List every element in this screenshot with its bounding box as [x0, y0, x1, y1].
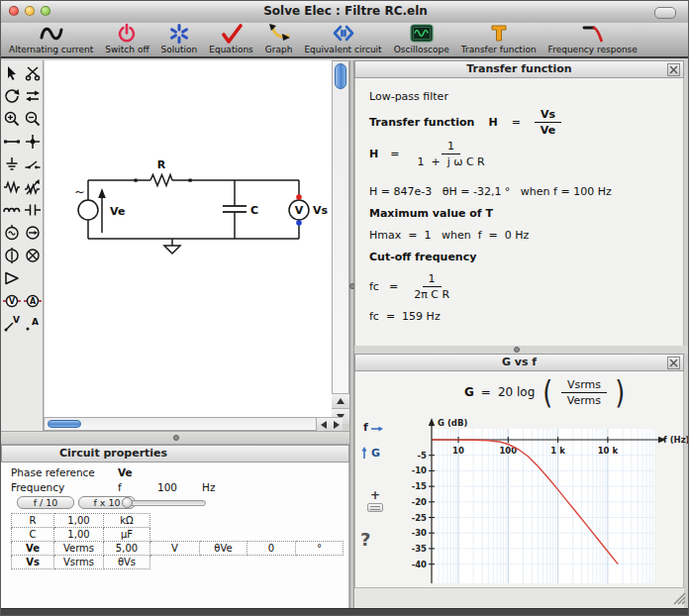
- component-value-cell[interactable]: 1,00: [54, 528, 104, 542]
- wire-tool[interactable]: [1, 130, 22, 153]
- splitter-handle-dot[interactable]: [514, 347, 520, 353]
- zoom-out-tool[interactable]: [22, 107, 43, 130]
- ammeter-tool[interactable]: A: [22, 289, 43, 312]
- component-quantity-cell[interactable]: Verms: [54, 542, 104, 556]
- zoom-in-tool[interactable]: [1, 107, 22, 130]
- lamp-tool[interactable]: [22, 244, 43, 266]
- horizontal-splitter-left[interactable]: [1, 431, 349, 445]
- circuit-properties-header[interactable]: Circuit properties: [1, 445, 349, 462]
- rolloff-icon: [581, 23, 605, 44]
- frequency-slider[interactable]: [125, 500, 206, 506]
- schematic-canvas[interactable]: ~ R C Ve V Vs: [45, 60, 332, 417]
- frequency-slider-knob[interactable]: [122, 497, 133, 508]
- vertical-scrollbar-thumb[interactable]: [335, 63, 346, 89]
- component-unit-cell[interactable]: µF: [104, 528, 150, 542]
- phase-reference-label: Phase reference: [11, 466, 95, 478]
- horizontal-scrollbar-thumb[interactable]: [48, 420, 81, 428]
- voltmeter-icon: V: [3, 292, 21, 310]
- component-name-cell[interactable]: C: [12, 528, 54, 542]
- dc-source-tool[interactable]: [1, 244, 22, 266]
- component-quantity-cell[interactable]: Vsrms: [54, 556, 104, 569]
- horizontal-splitter-right[interactable]: [354, 346, 689, 354]
- ac-source-tool[interactable]: [1, 221, 22, 244]
- rotate-tool[interactable]: [1, 84, 22, 107]
- capacitor-tool[interactable]: [22, 198, 43, 221]
- flip-tool[interactable]: [22, 84, 43, 107]
- toolbar-item-transfer-function[interactable]: Transfer function: [461, 23, 537, 54]
- ground-tool[interactable]: [1, 153, 22, 175]
- vertical-scrollbar[interactable]: [332, 60, 349, 424]
- scope-screen-icon: [409, 23, 435, 44]
- y-axis-title: G (dB): [438, 418, 467, 428]
- phase-value-cell[interactable]: 0: [247, 542, 296, 556]
- toolbar-item-graph[interactable]: Graph: [265, 23, 293, 54]
- resize-grip[interactable]: [671, 590, 686, 605]
- scroll-right-button[interactable]: [330, 417, 343, 431]
- phase-quantity-cell[interactable]: θVs: [104, 556, 150, 569]
- toolbar-item-equations[interactable]: Equations: [209, 23, 253, 54]
- frequency-value[interactable]: 100: [157, 481, 177, 493]
- freq-divide-button[interactable]: f / 10: [17, 496, 74, 509]
- fc-fraction: 1 2π C R: [408, 272, 455, 301]
- scroll-left-button[interactable]: [317, 417, 330, 431]
- y-tick-label: -30: [412, 528, 427, 538]
- toolbar-item-label: Graph: [265, 45, 293, 54]
- voltage-probe-tool[interactable]: V: [1, 312, 22, 335]
- title-bar: Solve Elec : Filtre RC.eln: [1, 1, 689, 24]
- rheostat-tool[interactable]: [22, 175, 43, 198]
- tool-palette: V A V A: [1, 60, 44, 431]
- close-panel-button[interactable]: [667, 63, 680, 76]
- toolbar-item-solution[interactable]: Solution: [161, 23, 198, 54]
- help-button[interactable]: ?: [360, 529, 370, 550]
- inductor-tool[interactable]: [1, 198, 22, 221]
- cut-tool[interactable]: [22, 61, 43, 84]
- opamp-icon: [3, 269, 21, 287]
- voltmeter-tool[interactable]: V: [1, 289, 22, 312]
- max-value-line: Hmax = 1 when f = 0 Hz: [369, 229, 529, 242]
- splitter-handle-dot[interactable]: [173, 435, 179, 441]
- component-value-cell[interactable]: 5,00: [104, 542, 150, 556]
- phase-unit-cell[interactable]: °: [296, 542, 344, 556]
- component-unit-cell[interactable]: V: [150, 542, 200, 556]
- component-name-cell[interactable]: Vs: [12, 556, 54, 569]
- x-axis-variable-button[interactable]: f: [363, 421, 384, 434]
- transfer-function-panel-header[interactable]: Transfer function: [354, 60, 684, 78]
- resistor-tool[interactable]: [1, 175, 22, 198]
- component-name-cell[interactable]: Ve: [12, 542, 54, 556]
- add-curve-button[interactable]: +: [367, 488, 383, 512]
- phase-quantity-cell[interactable]: θVe: [200, 542, 247, 556]
- wire-icon: [3, 133, 21, 151]
- scroll-up-button[interactable]: [332, 393, 349, 408]
- opamp-tool[interactable]: [1, 266, 22, 289]
- wire-node-dot: [189, 179, 192, 182]
- component-value-cell[interactable]: 1,00: [54, 514, 104, 528]
- toolbar-item-switch-off[interactable]: Switch off: [105, 23, 148, 54]
- voltmeter-plus-terminal: [296, 194, 302, 200]
- voltage-probe-icon: V: [3, 315, 21, 333]
- y-axis-variable-button[interactable]: G: [359, 446, 380, 460]
- horizontal-scrollbar[interactable]: [44, 417, 317, 431]
- current-source-tool[interactable]: [22, 221, 43, 244]
- current-probe-tool[interactable]: A: [22, 312, 43, 335]
- node-tool[interactable]: [22, 130, 43, 153]
- toolbar-item-frequency-response[interactable]: Frequency response: [548, 23, 638, 54]
- toolbar-item-alternating-current[interactable]: Alternating current: [9, 24, 93, 54]
- window-title: Solve Elec : Filtre RC.eln: [1, 4, 689, 18]
- toolbar-item-equivalent-circuit[interactable]: Equivalent circuit: [304, 23, 381, 54]
- switch-tool[interactable]: [22, 153, 43, 175]
- y-tick-label: -15: [412, 481, 427, 491]
- component-unit-cell[interactable]: kΩ: [104, 514, 150, 528]
- select-tool[interactable]: [1, 61, 22, 84]
- filter-type-text: Low-pass filter: [369, 90, 448, 103]
- toolbar-item-oscilloscope[interactable]: Oscilloscope: [394, 23, 449, 54]
- toolbar-toggle-widget[interactable]: [654, 7, 676, 19]
- close-panel-button[interactable]: [667, 357, 680, 369]
- h-fraction: 1 1 + j ω C R: [411, 140, 490, 168]
- g-vs-f-panel-header[interactable]: G vs f: [354, 354, 684, 371]
- sine-wave-icon: [39, 24, 64, 44]
- ammeter-icon: A: [24, 292, 42, 310]
- component-name-cell[interactable]: R: [12, 514, 54, 528]
- phase-reference-value[interactable]: Ve: [118, 466, 133, 478]
- ac-symbol: ~: [74, 184, 85, 199]
- transfer-function-panel: Low-pass filter Transfer function H = Vs…: [354, 78, 684, 346]
